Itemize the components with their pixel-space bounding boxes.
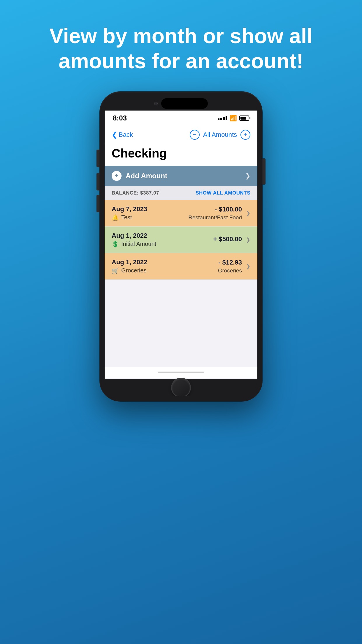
- table-row[interactable]: Aug 7, 2023 🔔 Test - $100.00 Restaurant/…: [105, 200, 257, 227]
- back-label: Back: [119, 131, 133, 139]
- transaction-amount: + $500.00: [213, 235, 242, 243]
- add-amount-chevron-icon: ❯: [245, 172, 250, 180]
- cart-icon: 🛒: [112, 267, 119, 274]
- all-amounts-label: All Amounts: [203, 131, 237, 139]
- transaction-chevron-icon: ❯: [246, 263, 250, 270]
- transaction-amount: - $12.93: [218, 259, 242, 266]
- transaction-category: Groceries: [218, 267, 242, 274]
- headline: View by month or show all amounts for an…: [0, 0, 362, 91]
- phone-screen: 8:03 📶 ❮ Ba: [105, 111, 257, 379]
- transaction-description: 🔔 Test: [112, 214, 188, 221]
- home-button[interactable]: [171, 378, 191, 396]
- wifi-icon: 📶: [230, 115, 237, 122]
- balance-label: BALANCE: $387.07: [112, 190, 159, 196]
- transaction-date: Aug 7, 2023: [112, 205, 188, 213]
- add-button[interactable]: +: [240, 130, 250, 140]
- phone-bottom: [105, 379, 257, 396]
- add-amount-row[interactable]: + Add Amount ❯: [105, 166, 257, 186]
- status-icons: 📶: [218, 115, 249, 122]
- nav-right-actions: − All Amounts +: [190, 130, 250, 140]
- bell-icon: 🔔: [112, 214, 119, 221]
- back-chevron-icon: ❮: [112, 131, 117, 139]
- transaction-description: 🛒 Groceries: [112, 267, 218, 274]
- back-button[interactable]: ❮ Back: [112, 131, 133, 139]
- battery-icon: [239, 116, 249, 121]
- status-time: 8:03: [113, 114, 127, 122]
- dollar-circle-icon: 💲: [112, 241, 119, 248]
- phone-inner: 8:03 📶 ❮ Ba: [105, 97, 257, 396]
- home-indicator-bar: [105, 367, 257, 378]
- show-all-amounts-button[interactable]: SHOW ALL AMOUNTS: [196, 190, 250, 196]
- account-title-section: Checking: [105, 144, 257, 166]
- transaction-chevron-icon: ❯: [246, 210, 250, 216]
- status-bar: 8:03 📶: [105, 111, 257, 126]
- phone-shell: 8:03 📶 ❮ Ba: [99, 91, 263, 402]
- empty-content-area: [105, 280, 257, 367]
- transaction-amount: - $100.00: [188, 206, 242, 213]
- table-row[interactable]: Aug 1, 2022 💲 Initial Amount + $500.00 ❯: [105, 227, 257, 253]
- transaction-date: Aug 1, 2022: [112, 258, 218, 266]
- transaction-description: 💲 Initial Amount: [112, 241, 213, 248]
- add-amount-label: Add Amount: [126, 172, 167, 180]
- transaction-date: Aug 1, 2022: [112, 232, 213, 239]
- add-amount-icon: +: [112, 171, 122, 181]
- home-indicator: [158, 372, 204, 373]
- filter-minus-button[interactable]: −: [190, 130, 200, 140]
- account-name: Checking: [112, 146, 250, 160]
- transaction-category: Restaurant/Fast Food: [188, 214, 242, 221]
- table-row[interactable]: Aug 1, 2022 🛒 Groceries - $12.93 Groceri…: [105, 253, 257, 280]
- signal-icon: [218, 116, 227, 120]
- camera-dot: [154, 102, 158, 105]
- phone-top-bar: [105, 97, 257, 111]
- nav-bar: ❮ Back − All Amounts +: [105, 126, 257, 144]
- dynamic-island: [161, 98, 208, 109]
- transactions-list: Aug 7, 2023 🔔 Test - $100.00 Restaurant/…: [105, 200, 257, 280]
- transaction-chevron-icon: ❯: [246, 237, 250, 243]
- balance-row: BALANCE: $387.07 SHOW ALL AMOUNTS: [105, 186, 257, 200]
